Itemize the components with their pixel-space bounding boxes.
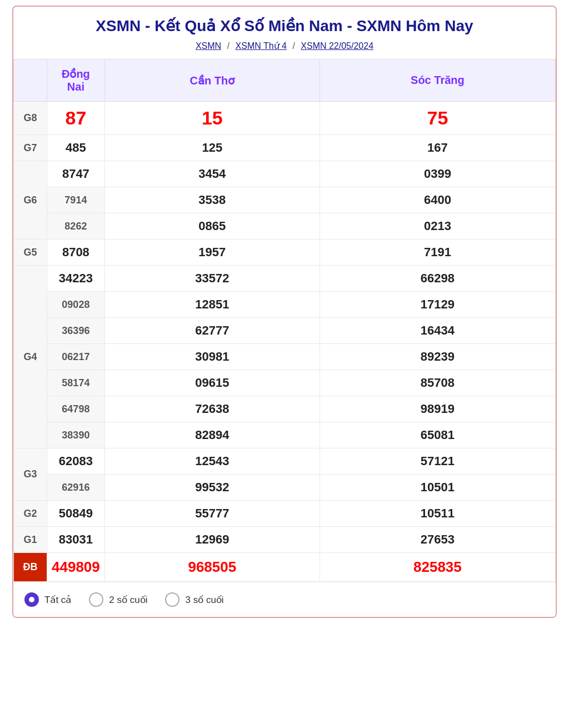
filter-all-label: Tất cả [44, 594, 71, 606]
col-header-can-tho: Cần Thơ [104, 59, 320, 102]
main-container: XSMN - Kết Quả Xổ Số Miền Nam - SXMN Hôm… [12, 6, 557, 618]
table-row: G8 87 15 75 [14, 102, 556, 135]
prize-value: 10511 [320, 501, 555, 527]
table-row: 36396 62777 16434 [14, 318, 556, 344]
prize-value: 55777 [104, 501, 320, 527]
prize-value: 64798 [47, 396, 105, 422]
prize-value: 16434 [320, 318, 555, 344]
results-table: Đồng Nai Cần Thơ Sóc Trăng G8 87 15 75 G… [13, 59, 556, 582]
prize-value: 0865 [104, 213, 320, 240]
prize-value: 12851 [104, 292, 320, 318]
filter-all[interactable]: Tất cả [24, 592, 71, 607]
table-row: 64798 72638 98919 [14, 396, 556, 422]
table-row: G5 8708 1957 7191 [14, 240, 556, 266]
prize-value: 485 [47, 135, 105, 161]
prize-value: 30981 [104, 344, 320, 370]
prize-value: 66298 [320, 266, 555, 292]
prize-label: G7 [14, 135, 47, 161]
prize-value: 8262 [47, 213, 105, 240]
table-row: 38390 82894 65081 [14, 422, 556, 448]
radio-all[interactable] [24, 592, 39, 607]
prize-value: 7914 [47, 187, 105, 213]
prize-value: 65081 [320, 422, 555, 448]
radio-3-cuoi[interactable] [165, 592, 179, 607]
filter-3-cuoi[interactable]: 3 số cuối [165, 592, 223, 607]
breadcrumb: XSMN / XSMN Thứ 4 / XSMN 22/05/2024 [13, 38, 556, 59]
table-row: G7 485 125 167 [14, 135, 556, 161]
prize-value: 36396 [47, 318, 105, 344]
filter-bar: Tất cả 2 số cuối 3 số cuối [13, 582, 556, 617]
table-row: 06217 30981 89239 [14, 344, 556, 370]
prize-value: 06217 [47, 344, 105, 370]
prize-value: 09028 [47, 292, 105, 318]
prize-value: 167 [320, 135, 555, 161]
col-header-soc-trang: Sóc Trăng [320, 59, 555, 102]
table-row-db: ĐB 449809 968505 825835 [14, 553, 556, 582]
prize-value-db: 825835 [320, 553, 555, 582]
table-row: 58174 09615 85708 [14, 370, 556, 396]
prize-value: 6400 [320, 187, 555, 213]
prize-value: 12969 [104, 527, 320, 553]
col-header-label [14, 59, 47, 102]
prize-value: 62916 [47, 475, 105, 501]
prize-label: G8 [14, 102, 47, 135]
prize-value: 09615 [104, 370, 320, 396]
prize-value-db: 449809 [47, 553, 105, 582]
prize-label: G5 [14, 240, 47, 266]
table-row: G4 34223 33572 66298 [14, 266, 556, 292]
prize-value: 3538 [104, 187, 320, 213]
filter-2-cuoi[interactable]: 2 số cuối [89, 592, 147, 607]
prize-value: 85708 [320, 370, 555, 396]
page-title: XSMN - Kết Quả Xổ Số Miền Nam - SXMN Hôm… [13, 7, 556, 38]
table-row: 09028 12851 17129 [14, 292, 556, 318]
table-row: G6 8747 3454 0399 [14, 161, 556, 187]
breadcrumb-link-1[interactable]: XSMN [196, 41, 221, 51]
prize-value: 50849 [47, 501, 105, 527]
prize-label: G1 [14, 527, 47, 553]
prize-value: 82894 [104, 422, 320, 448]
prize-label: G4 [14, 266, 47, 448]
radio-2-cuoi[interactable] [89, 592, 103, 607]
prize-value: 10501 [320, 475, 555, 501]
prize-label: G6 [14, 161, 47, 240]
filter-3-cuoi-label: 3 số cuối [185, 594, 223, 606]
prize-value: 98919 [320, 396, 555, 422]
prize-value: 87 [47, 102, 105, 135]
table-row: 62916 99532 10501 [14, 475, 556, 501]
prize-label: G3 [14, 448, 47, 501]
prize-value: 83031 [47, 527, 105, 553]
prize-value: 99532 [104, 475, 320, 501]
prize-value: 62777 [104, 318, 320, 344]
prize-value: 8708 [47, 240, 105, 266]
table-row: G1 83031 12969 27653 [14, 527, 556, 553]
table-row: G2 50849 55777 10511 [14, 501, 556, 527]
filter-2-cuoi-label: 2 số cuối [109, 594, 147, 606]
breadcrumb-link-2[interactable]: XSMN Thứ 4 [236, 41, 287, 51]
prize-value: 62083 [47, 448, 105, 475]
prize-value: 58174 [47, 370, 105, 396]
prize-value: 38390 [47, 422, 105, 448]
prize-label-db: ĐB [14, 553, 47, 582]
prize-value-db: 968505 [104, 553, 320, 582]
prize-value: 72638 [104, 396, 320, 422]
table-row: 8262 0865 0213 [14, 213, 556, 240]
prize-value: 33572 [104, 266, 320, 292]
prize-value: 12543 [104, 448, 320, 475]
table-row: 7914 3538 6400 [14, 187, 556, 213]
col-header-dong-nai: Đồng Nai [47, 59, 105, 102]
prize-value: 17129 [320, 292, 555, 318]
prize-value: 57121 [320, 448, 555, 475]
prize-value: 125 [104, 135, 320, 161]
prize-value: 75 [320, 102, 555, 135]
prize-value: 34223 [47, 266, 105, 292]
breadcrumb-link-3[interactable]: XSMN 22/05/2024 [301, 41, 373, 51]
prize-value: 0399 [320, 161, 555, 187]
prize-value: 27653 [320, 527, 555, 553]
prize-value: 0213 [320, 213, 555, 240]
prize-value: 8747 [47, 161, 105, 187]
prize-value: 89239 [320, 344, 555, 370]
prize-value: 3454 [104, 161, 320, 187]
prize-label: G2 [14, 501, 47, 527]
prize-value: 7191 [320, 240, 555, 266]
prize-value: 1957 [104, 240, 320, 266]
